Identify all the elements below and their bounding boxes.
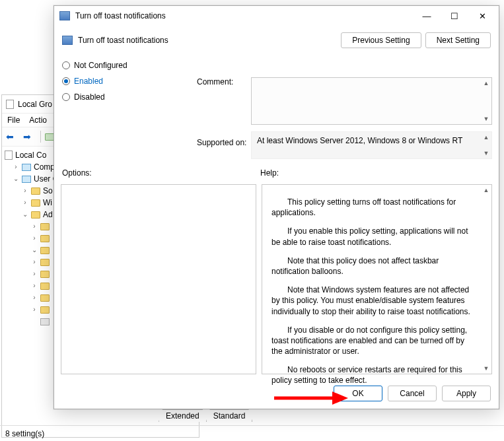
close-icon: ✕: [479, 11, 486, 21]
statusbar: 8 setting(s): [0, 425, 504, 441]
chevron-right-icon[interactable]: ›: [22, 185, 28, 197]
view-tabs[interactable]: Extended Standard: [159, 409, 252, 422]
menu-action[interactable]: Actio: [29, 116, 47, 125]
settings-node-icon: [40, 318, 50, 325]
field-labels: Comment: Supported on:: [197, 77, 246, 147]
policy-name-text: Turn off toast notifications: [78, 36, 168, 45]
comment-textarea[interactable]: ▲ ▼: [251, 77, 492, 125]
up-folder-icon[interactable]: [45, 133, 54, 141]
scroll-down-icon[interactable]: ▼: [481, 363, 491, 374]
minimize-icon: —: [423, 11, 431, 21]
user-icon: [22, 176, 31, 183]
supported-on-text: At least Windows Server 2012, Windows 8 …: [257, 136, 462, 145]
dialog-titlebar[interactable]: Turn off toast notifications — ☐ ✕: [54, 6, 499, 26]
folder-icon: [40, 223, 50, 230]
chevron-down-icon[interactable]: ⌄: [31, 244, 38, 256]
policy-dialog: Turn off toast notifications — ☐ ✕ Turn …: [54, 5, 499, 409]
folder-icon: [40, 283, 50, 290]
chevron-right-icon[interactable]: ›: [31, 220, 38, 232]
dialog-title: Turn off toast notifications: [75, 11, 166, 20]
folder-icon: [40, 235, 50, 242]
chevron-right-icon[interactable]: ›: [31, 232, 38, 244]
statusbar-text: 8 setting(s): [5, 429, 44, 438]
radio-label: Enabled: [74, 77, 103, 86]
scroll-down-icon[interactable]: ▼: [481, 148, 491, 158]
chevron-right-icon[interactable]: ›: [22, 197, 28, 209]
radio-not-configured[interactable]: Not Configured: [62, 57, 491, 73]
scroll-up-icon[interactable]: ▲: [481, 185, 491, 195]
folder-icon: [31, 199, 40, 207]
policy-root-icon: [5, 151, 13, 160]
maximize-button[interactable]: ☐: [441, 7, 468, 25]
gpedit-title: Local Gro: [18, 100, 52, 109]
folder-icon: [40, 259, 50, 266]
cancel-button[interactable]: Cancel: [388, 386, 437, 401]
menu-file[interactable]: File: [7, 116, 20, 125]
chevron-right-icon[interactable]: ›: [31, 292, 38, 304]
toolbar-divider: [40, 131, 41, 143]
dialog-header-row: Turn off toast notifications Previous Se…: [54, 26, 499, 55]
folder-icon: [31, 211, 40, 219]
forward-icon[interactable]: ➡: [23, 131, 36, 142]
previous-setting-button[interactable]: Previous Setting: [341, 32, 421, 48]
folder-icon: [40, 306, 50, 314]
help-paragraph: Note that this policy does not affect ta…: [271, 255, 474, 277]
policy-icon: [62, 36, 73, 45]
help-paragraph: Note that Windows system features are no…: [271, 285, 474, 317]
blank: [31, 316, 38, 327]
chevron-down-icon[interactable]: ⌄: [13, 173, 19, 185]
radio-icon-checked: [62, 77, 70, 85]
supported-on-box: At least Windows Server 2012, Windows 8 …: [251, 131, 492, 159]
help-label: Help:: [260, 168, 279, 178]
radio-label: Disabled: [74, 92, 105, 102]
options-label: Options:: [62, 168, 260, 178]
ok-button[interactable]: OK: [334, 386, 382, 401]
chevron-right-icon[interactable]: ›: [31, 256, 38, 268]
gpedit-icon: [6, 100, 14, 109]
options-panel: [61, 184, 256, 374]
supported-label: Supported on:: [197, 138, 246, 147]
chevron-right-icon[interactable]: ›: [31, 304, 38, 316]
maximize-icon: ☐: [450, 11, 458, 21]
minimize-button[interactable]: —: [413, 7, 441, 25]
chevron-down-icon[interactable]: ⌄: [22, 209, 28, 220]
folder-icon: [40, 294, 50, 302]
help-paragraph: If you disable or do not configure this …: [271, 325, 474, 357]
next-setting-button[interactable]: Next Setting: [425, 32, 491, 48]
chevron-right-icon[interactable]: ›: [31, 268, 38, 280]
scroll-up-icon[interactable]: ▲: [481, 78, 491, 88]
scroll-down-icon[interactable]: ▼: [481, 114, 491, 124]
comment-label: Comment:: [197, 77, 246, 86]
help-panel[interactable]: This policy setting turns off toast noti…: [262, 184, 492, 374]
scroll-up-icon[interactable]: ▲: [481, 132, 491, 143]
dialog-button-row: OK Cancel Apply: [54, 378, 499, 409]
folder-icon: [40, 247, 50, 254]
radio-label: Not Configured: [74, 61, 127, 70]
radio-icon: [62, 61, 70, 69]
chevron-right-icon[interactable]: ›: [13, 161, 19, 173]
help-paragraph: This policy setting turns off toast noti…: [271, 197, 474, 218]
radio-icon: [62, 93, 70, 101]
apply-button[interactable]: Apply: [442, 386, 491, 401]
computer-icon: [22, 164, 31, 171]
tab-standard[interactable]: Standard: [206, 409, 253, 422]
tab-extended[interactable]: Extended: [159, 409, 207, 422]
folder-icon: [31, 187, 40, 195]
close-button[interactable]: ✕: [468, 7, 496, 25]
policy-dialog-icon: [59, 11, 70, 20]
chevron-right-icon[interactable]: ›: [31, 280, 38, 292]
folder-icon: [40, 271, 50, 278]
back-icon[interactable]: ⬅: [6, 131, 19, 142]
help-paragraph: If you enable this policy setting, appli…: [271, 226, 474, 247]
